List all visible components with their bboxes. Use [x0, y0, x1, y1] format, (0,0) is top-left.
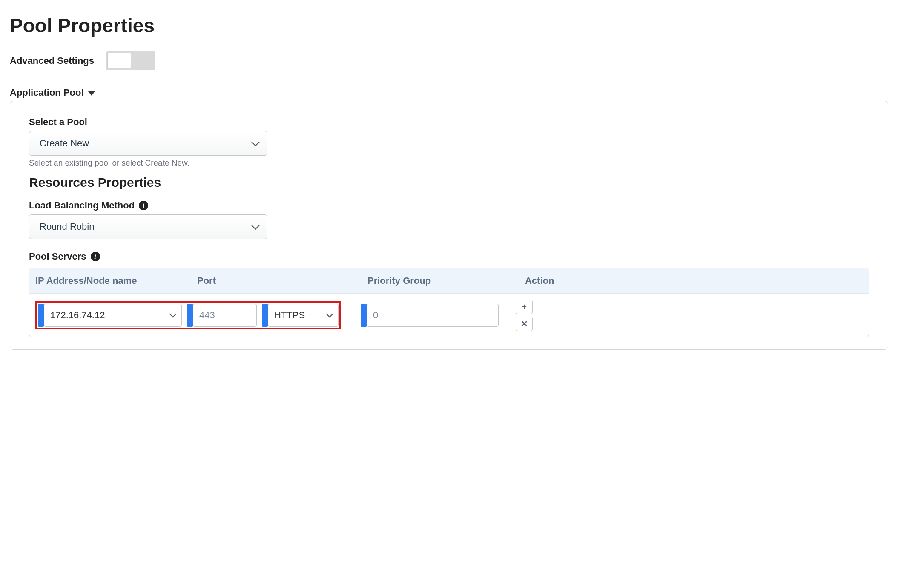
select-pool-helper: Select an existing pool or select Create… — [29, 158, 869, 168]
toggle-knob — [107, 53, 131, 68]
chevron-down-icon — [251, 138, 260, 146]
add-row-button[interactable]: + — [516, 300, 533, 314]
col-header-priority: Priority Group — [367, 275, 525, 286]
lb-method-value: Round Robin — [40, 221, 94, 232]
select-pool-label: Select a Pool — [29, 117, 869, 128]
blue-bar-icon — [38, 304, 44, 327]
resources-properties-title: Resources Properties — [29, 175, 869, 190]
page-title: Pool Properties — [10, 14, 888, 37]
lb-method-label-text: Load Balancing Method — [29, 200, 135, 211]
close-icon: ✕ — [521, 319, 528, 329]
info-icon[interactable]: i — [139, 201, 148, 210]
table-header: IP Address/Node name Port Priority Group… — [29, 268, 869, 293]
remove-row-button[interactable]: ✕ — [516, 317, 533, 331]
protocol-value: HTTPS — [274, 310, 305, 321]
lb-method-dropdown[interactable]: Round Robin — [29, 214, 267, 239]
caret-down-icon — [88, 91, 95, 96]
port-value: 443 — [199, 310, 215, 321]
advanced-settings-label: Advanced Settings — [10, 55, 94, 66]
protocol-dropdown[interactable]: HTTPS — [268, 304, 339, 327]
highlighted-fields: 172.16.74.12 443 HTTPS — [35, 301, 341, 329]
ip-address-input[interactable]: 172.16.74.12 — [44, 304, 182, 327]
table-row: 172.16.74.12 443 HTTPS — [29, 293, 869, 337]
chevron-down-icon — [169, 311, 177, 318]
ip-address-value: 172.16.74.12 — [50, 310, 105, 321]
col-header-action: Action — [525, 275, 863, 286]
blue-bar-icon — [361, 304, 367, 327]
select-pool-value: Create New — [40, 138, 89, 149]
priority-input[interactable]: 0 — [367, 304, 499, 327]
col-header-ip: IP Address/Node name — [35, 275, 197, 286]
blue-bar-icon — [187, 304, 193, 327]
pool-servers-table: IP Address/Node name Port Priority Group… — [29, 268, 869, 337]
action-column: + ✕ — [516, 300, 533, 331]
application-pool-panel: Select a Pool Create New Select an exist… — [10, 101, 888, 350]
select-pool-dropdown[interactable]: Create New — [29, 131, 267, 156]
advanced-settings-toggle[interactable] — [106, 51, 155, 70]
col-header-port: Port — [197, 275, 367, 286]
chevron-down-icon — [326, 311, 333, 318]
pool-properties-panel: Pool Properties Advanced Settings Applic… — [2, 2, 896, 586]
plus-icon: + — [522, 302, 527, 312]
pool-servers-label: Pool Servers i — [29, 251, 869, 262]
priority-wrap: 0 — [361, 304, 499, 327]
info-icon[interactable]: i — [91, 252, 100, 261]
advanced-settings-row: Advanced Settings — [10, 51, 888, 70]
pool-servers-label-text: Pool Servers — [29, 251, 86, 262]
application-pool-header[interactable]: Application Pool — [10, 87, 888, 98]
chevron-down-icon — [251, 221, 260, 230]
priority-value: 0 — [373, 310, 378, 321]
application-pool-header-label: Application Pool — [10, 87, 84, 98]
blue-bar-icon — [262, 304, 268, 327]
port-input[interactable]: 443 — [193, 304, 257, 327]
lb-method-label: Load Balancing Method i — [29, 200, 869, 211]
